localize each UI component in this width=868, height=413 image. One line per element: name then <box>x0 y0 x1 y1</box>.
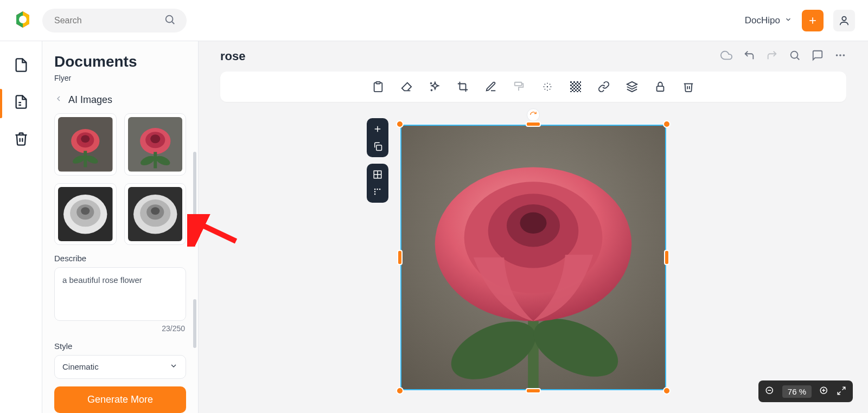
svg-point-1 <box>166 15 173 22</box>
resize-edge-right[interactable] <box>664 250 669 265</box>
zoom-in-icon[interactable] <box>819 386 829 397</box>
add-page-icon[interactable] <box>371 122 384 135</box>
context-toolbar <box>220 72 846 102</box>
undo-icon[interactable] <box>743 49 755 63</box>
svg-point-41 <box>550 84 551 85</box>
delete-icon[interactable] <box>681 80 695 94</box>
resize-edge-left[interactable] <box>397 250 403 265</box>
chevron-left-icon <box>54 94 63 106</box>
svg-rect-52 <box>657 86 664 91</box>
svg-rect-63 <box>374 193 375 195</box>
edit-icon[interactable] <box>484 80 498 94</box>
svg-line-78 <box>843 387 845 390</box>
search-canvas-icon[interactable] <box>789 49 801 63</box>
describe-input[interactable] <box>54 267 186 321</box>
format-paint-icon[interactable] <box>512 80 526 94</box>
panel-subtitle: Flyer <box>54 74 186 82</box>
clipboard-icon[interactable] <box>371 80 385 94</box>
describe-counter: 23/250 <box>162 324 185 333</box>
workspace-dropdown[interactable]: DocHipo <box>745 15 792 26</box>
zoom-value[interactable]: 76 % <box>782 385 812 398</box>
panel-title: Documents <box>54 53 186 70</box>
svg-point-34 <box>836 54 838 56</box>
ai-image-thumb-4[interactable] <box>124 183 187 246</box>
svg-point-18 <box>150 134 160 143</box>
lock-icon[interactable] <box>653 80 667 94</box>
rail-page-icon[interactable] <box>9 53 33 77</box>
account-button[interactable] <box>833 10 855 31</box>
search-input[interactable] <box>53 15 164 26</box>
svg-point-42 <box>545 89 546 90</box>
resize-handle-tr[interactable] <box>663 120 671 128</box>
comment-icon[interactable] <box>812 49 824 63</box>
cloud-sync-icon[interactable] <box>720 49 732 63</box>
ai-image-thumb-2[interactable] <box>124 113 187 176</box>
document-title[interactable]: rose <box>220 49 245 63</box>
svg-point-32 <box>791 51 798 59</box>
topbar: DocHipo <box>0 0 868 41</box>
svg-point-39 <box>547 86 548 87</box>
floating-tools <box>367 118 388 203</box>
eraser-icon[interactable] <box>399 80 413 94</box>
grid-icon[interactable] <box>371 168 384 181</box>
crop-icon[interactable] <box>456 80 470 94</box>
layers-icon[interactable] <box>625 80 639 94</box>
resize-handle-bl[interactable] <box>396 387 404 395</box>
generate-more-button[interactable]: Generate More <box>54 386 186 413</box>
svg-point-5 <box>842 16 846 20</box>
svg-point-36 <box>843 54 845 56</box>
chevron-down-icon <box>169 362 178 372</box>
new-document-button[interactable] <box>802 10 824 31</box>
zoom-bar: 76 % <box>758 380 853 402</box>
selected-image[interactable] <box>400 125 666 390</box>
svg-rect-61 <box>379 189 380 190</box>
transparency-icon[interactable] <box>569 80 583 94</box>
search-field[interactable] <box>42 9 187 33</box>
sparkle-icon[interactable] <box>540 80 554 94</box>
rail-trash-icon[interactable] <box>9 127 33 151</box>
svg-point-31 <box>151 207 159 215</box>
ai-image-thumb-1[interactable] <box>54 113 117 176</box>
svg-rect-37 <box>376 82 380 84</box>
link-icon[interactable] <box>597 80 611 94</box>
resize-edge-bottom[interactable] <box>526 388 541 393</box>
side-panel: Documents Flyer AI Images <box>42 41 199 413</box>
left-rail <box>0 41 42 413</box>
svg-point-47 <box>551 86 552 87</box>
snap-icon[interactable] <box>371 185 384 198</box>
zoom-out-icon[interactable] <box>765 386 775 397</box>
panel-scrollbar2[interactable] <box>193 299 196 348</box>
crumb-label: AI Images <box>68 94 112 106</box>
style-select[interactable]: Cinematic <box>54 355 186 378</box>
svg-point-43 <box>550 89 551 90</box>
redo-icon[interactable] <box>766 49 778 63</box>
magic-icon[interactable] <box>427 80 442 94</box>
style-label: Style <box>54 341 186 351</box>
svg-rect-59 <box>374 189 375 190</box>
svg-line-33 <box>797 57 799 60</box>
svg-point-0 <box>19 16 27 23</box>
resize-edge-top[interactable] <box>526 121 541 127</box>
svg-point-11 <box>81 135 90 143</box>
rail-document-icon[interactable] <box>9 90 33 114</box>
duplicate-icon[interactable] <box>371 140 384 153</box>
style-value: Cinematic <box>62 362 99 371</box>
resize-handle-tl[interactable] <box>396 120 404 128</box>
svg-rect-50 <box>570 81 581 92</box>
panel-scrollbar[interactable] <box>193 152 196 244</box>
logo[interactable] <box>13 10 33 31</box>
svg-marker-51 <box>627 82 637 87</box>
svg-point-40 <box>545 84 546 85</box>
svg-line-2 <box>172 22 174 24</box>
more-icon[interactable] <box>834 49 846 63</box>
rotate-handle[interactable] <box>527 108 540 121</box>
workarea: rose <box>199 41 868 413</box>
svg-point-44 <box>547 83 548 84</box>
resize-handle-br[interactable] <box>663 387 671 395</box>
svg-point-45 <box>547 90 548 91</box>
ai-image-thumb-3[interactable] <box>54 183 117 246</box>
ai-images-back[interactable]: AI Images <box>54 94 186 106</box>
fullscreen-icon[interactable] <box>837 386 846 397</box>
workspace-label: DocHipo <box>745 15 780 26</box>
svg-line-79 <box>838 391 840 394</box>
